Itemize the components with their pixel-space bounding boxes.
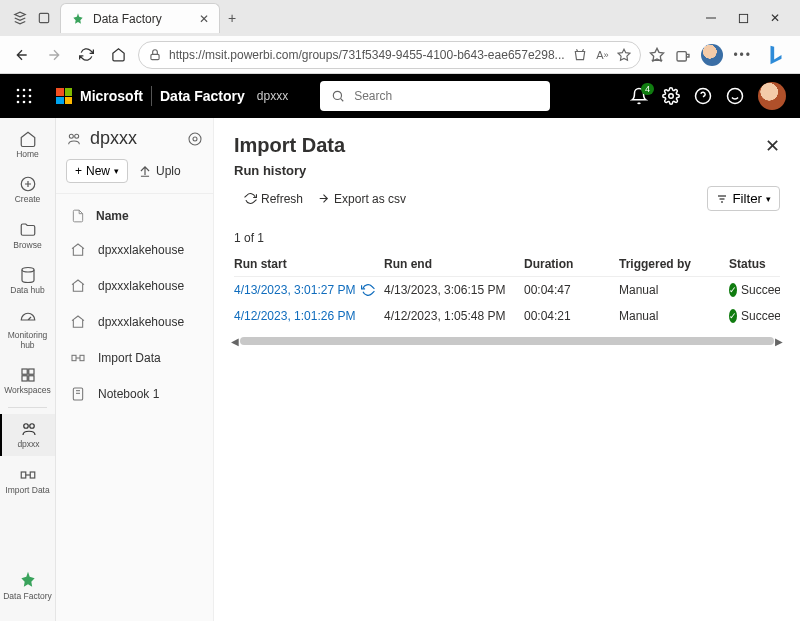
run-start-link[interactable]: 4/13/2023, 3:01:27 PM — [234, 283, 355, 297]
col-triggered[interactable]: Triggered by — [619, 257, 729, 271]
ws-item[interactable]: dpxxxlakehouse — [56, 232, 213, 268]
table-row[interactable]: 4/12/2023, 1:01:26 PM4/12/2023, 1:05:48 … — [234, 303, 780, 329]
tab-actions-icon[interactable] — [36, 10, 52, 26]
workspace-head-icon — [66, 131, 82, 147]
rail-home[interactable]: Home — [0, 124, 55, 165]
svg-point-7 — [23, 89, 26, 92]
ws-item[interactable]: dpxxxlakehouse — [56, 304, 213, 340]
help-icon[interactable] — [694, 87, 712, 105]
ws-col-header[interactable]: Name — [56, 200, 213, 232]
svg-point-6 — [17, 89, 20, 92]
svg-rect-24 — [22, 376, 27, 381]
search-icon — [330, 88, 346, 104]
run-end-cell: 4/12/2023, 1:05:48 PM — [384, 309, 524, 323]
maximize-icon[interactable] — [734, 9, 752, 27]
rerun-icon[interactable] — [361, 283, 375, 297]
svg-point-13 — [23, 101, 26, 104]
col-status[interactable]: Status — [729, 257, 780, 271]
run-start-link[interactable]: 4/12/2023, 1:01:26 PM — [234, 309, 355, 323]
home-button[interactable] — [106, 43, 130, 67]
svg-point-10 — [23, 95, 26, 98]
status-cell: ✓Succeede — [729, 283, 780, 297]
rail-workspaces[interactable]: Workspaces — [0, 360, 55, 401]
close-tab-icon[interactable]: ✕ — [199, 12, 209, 26]
bing-icon[interactable] — [762, 41, 790, 69]
brand-product[interactable]: Data Factory — [160, 88, 245, 104]
new-tab-button[interactable]: + — [228, 10, 236, 26]
export-link[interactable]: Export as csv — [317, 192, 406, 206]
profile-avatar[interactable] — [701, 44, 723, 66]
url-text: https://msit.powerbi.com/groups/731f5349… — [169, 48, 566, 62]
svg-rect-29 — [30, 472, 35, 478]
success-icon: ✓ — [729, 283, 737, 297]
search-input[interactable] — [354, 89, 540, 103]
read-aloud-icon[interactable]: A» — [594, 47, 610, 63]
table-row[interactable]: 4/13/2023, 3:01:27 PM4/13/2023, 3:06:15 … — [234, 277, 780, 303]
global-search[interactable] — [320, 81, 550, 111]
refresh-button[interactable] — [74, 43, 98, 67]
ws-item[interactable]: dpxxxlakehouse — [56, 268, 213, 304]
favorite-icon[interactable] — [616, 47, 632, 63]
col-duration[interactable]: Duration — [524, 257, 619, 271]
upload-button[interactable]: Uplo — [138, 164, 181, 178]
folder-icon — [19, 221, 37, 239]
col-run-start[interactable]: Run start — [234, 257, 384, 271]
lakehouse-icon — [70, 242, 86, 258]
horizontal-scrollbar[interactable]: ◀ ▶ — [230, 335, 784, 347]
svg-point-31 — [69, 134, 73, 138]
svg-point-12 — [17, 101, 20, 104]
plus-circle-icon — [19, 175, 37, 193]
ws-item[interactable]: Import Data — [56, 340, 213, 376]
run-end-cell: 4/13/2023, 3:06:15 PM — [384, 283, 524, 297]
back-button[interactable] — [10, 43, 34, 67]
favorites-list-icon[interactable] — [649, 47, 665, 63]
ws-item-label: Import Data — [98, 351, 161, 365]
rail-datahub[interactable]: Data hub — [0, 260, 55, 301]
forward-button[interactable] — [42, 43, 66, 67]
scroll-right-icon[interactable]: ▶ — [774, 336, 784, 347]
details-panel: Import Data ✕ Run history Refresh Export… — [214, 118, 800, 621]
panel-subtitle: Run history — [214, 163, 800, 182]
feedback-icon[interactable] — [726, 87, 744, 105]
ws-item[interactable]: Notebook 1 — [56, 376, 213, 412]
rail-monitoring[interactable]: Monitoring hub — [0, 305, 55, 356]
col-run-end[interactable]: Run end — [384, 257, 524, 271]
more-icon[interactable]: ••• — [733, 48, 752, 62]
svg-rect-0 — [39, 13, 48, 22]
svg-rect-23 — [28, 369, 33, 374]
tab-favicon-icon — [71, 12, 85, 26]
rail-browse[interactable]: Browse — [0, 215, 55, 256]
workspace-settings-icon[interactable] — [187, 131, 203, 147]
site-info-icon[interactable] — [147, 47, 163, 63]
svg-point-32 — [75, 134, 79, 138]
settings-icon[interactable] — [662, 87, 680, 105]
url-input[interactable]: https://msit.powerbi.com/groups/731f5349… — [138, 41, 641, 69]
app-launcher-icon[interactable] — [0, 88, 48, 104]
notifications-button[interactable]: 4 — [630, 87, 648, 105]
refresh-link[interactable]: Refresh — [244, 192, 303, 206]
rail-data-factory[interactable]: Data Factory — [0, 564, 55, 621]
notif-badge: 4 — [641, 83, 654, 95]
lakehouse-icon — [70, 278, 86, 294]
brand-scope[interactable]: dpxxx — [257, 89, 288, 103]
close-window-icon[interactable]: ✕ — [766, 9, 784, 27]
app-header: Microsoft Data Factory dpxxx 4 — [0, 74, 800, 118]
scroll-left-icon[interactable]: ◀ — [230, 336, 240, 347]
svg-rect-28 — [21, 472, 26, 478]
extensions-icon[interactable] — [675, 47, 691, 63]
user-avatar[interactable] — [758, 82, 786, 110]
workspaces-icon[interactable] — [12, 10, 28, 26]
svg-point-26 — [23, 424, 28, 429]
filter-button[interactable]: Filter ▾ — [707, 186, 780, 211]
ws-item-label: Notebook 1 — [98, 387, 159, 401]
shopping-icon[interactable] — [572, 47, 588, 63]
tab-title: Data Factory — [93, 12, 162, 26]
rail-import-data[interactable]: Import Data — [0, 460, 55, 501]
rail-dpxxx[interactable]: dpxxx — [0, 414, 55, 455]
browser-tab[interactable]: Data Factory ✕ — [60, 3, 220, 33]
close-panel-button[interactable]: ✕ — [765, 135, 780, 157]
rail-create[interactable]: Create — [0, 169, 55, 210]
new-button[interactable]: + New ▾ — [66, 159, 128, 183]
minimize-icon[interactable] — [702, 9, 720, 27]
svg-rect-3 — [151, 54, 159, 59]
